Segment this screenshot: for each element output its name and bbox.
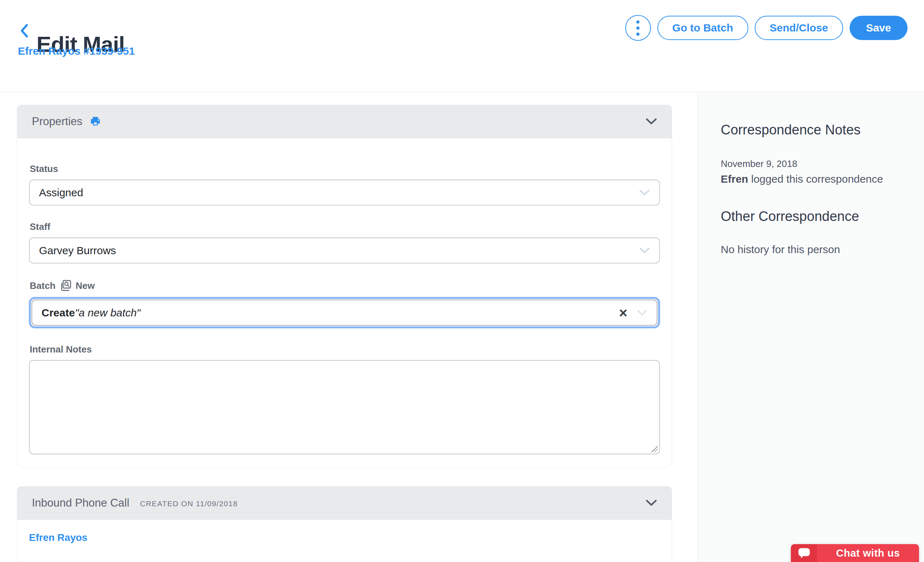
properties-panel-title: Properties [32,115,82,128]
edit-mail-page: Edit Mail Efren Rayos #1939-951 Go to Ba… [0,0,924,562]
properties-panel-header[interactable]: Properties [17,105,672,138]
note-message: logged this correspondence [748,173,883,185]
person-link[interactable]: Efren Rayos [29,532,87,543]
staff-field-group: Staff Garvey Burrows [29,221,660,263]
batch-select[interactable]: Create "a new batch" × [32,300,657,326]
batch-select-focus-ring: Create "a new batch" × [29,297,660,328]
chevron-left-icon [20,23,29,39]
note-author: Efren [721,173,748,185]
status-field-group: Status Assigned [29,163,660,206]
printer-icon [90,116,101,127]
chevron-down-icon [646,499,657,507]
internal-notes-label: Internal Notes [30,344,660,355]
correspondence-notes-title: Correspondence Notes [721,122,910,138]
chat-icon-box [791,544,817,562]
clear-batch-button[interactable]: × [619,306,627,320]
properties-panel: Properties [17,105,672,468]
other-correspondence-empty: No history for this person [721,244,910,256]
person-case-link[interactable]: Efren Rayos #1939-951 [18,45,135,57]
more-options-button[interactable] [625,15,651,41]
batch-select-value-name: "a new batch" [75,307,140,319]
print-button[interactable] [90,116,101,127]
note-text: Efren logged this correspondence [721,173,910,185]
correspondence-sidebar: Correspondence Notes November 9, 2018 Ef… [698,92,924,562]
collapse-inbound-button[interactable] [646,499,657,507]
properties-panel-body: Status Assigned Staff Garvey Burrows [17,138,672,468]
chevron-down-icon [646,118,657,125]
batch-search-icon[interactable] [59,279,72,292]
batch-new-button[interactable]: New [75,280,94,291]
status-select-value: Assigned [39,187,83,199]
note-date: November 9, 2018 [721,158,910,169]
staff-label: Staff [30,221,660,232]
status-select[interactable]: Assigned [29,179,660,206]
batch-label: Batch [30,280,56,291]
chat-bubble-icon [798,547,810,559]
created-on-label: CREATED ON 11/09/2018 [140,498,238,508]
header-actions: Go to Batch Send/Close Save [625,15,908,41]
inbound-summary-label: Inbound Summary [29,561,660,562]
page-header: Edit Mail Efren Rayos #1939-951 Go to Ba… [0,0,924,92]
staff-select[interactable]: Garvey Burrows [29,238,660,263]
internal-notes-textarea[interactable] [29,360,660,454]
status-label: Status [30,163,660,175]
main-content: Properties [0,92,698,562]
back-button[interactable] [17,22,32,39]
chevron-down-icon [637,309,647,316]
go-to-batch-button[interactable]: Go to Batch [657,16,748,40]
batch-select-value-create: Create [42,307,75,319]
staff-select-value: Garvey Burrows [39,245,116,257]
collapse-properties-button[interactable] [646,118,657,125]
chat-label: Chat with us [817,544,919,562]
internal-notes-group: Internal Notes [29,344,660,454]
save-button[interactable]: Save [850,16,908,40]
inbound-panel-title: Inbound Phone Call [32,496,129,510]
chevron-down-icon [639,190,650,196]
send-close-button[interactable]: Send/Close [755,16,843,40]
inbound-panel-body: Efren Rayos Inbound Summary [17,520,672,562]
other-correspondence-title: Other Correspondence [721,209,910,224]
chat-with-us-button[interactable]: Chat with us [791,544,919,562]
kebab-menu-icon [636,20,639,36]
chevron-down-icon [639,247,650,254]
batch-label-row: Batch New [29,279,660,292]
inbound-phone-call-panel: Inbound Phone Call CREATED ON 11/09/2018… [17,486,672,562]
inbound-panel-header[interactable]: Inbound Phone Call CREATED ON 11/09/2018 [17,486,672,520]
